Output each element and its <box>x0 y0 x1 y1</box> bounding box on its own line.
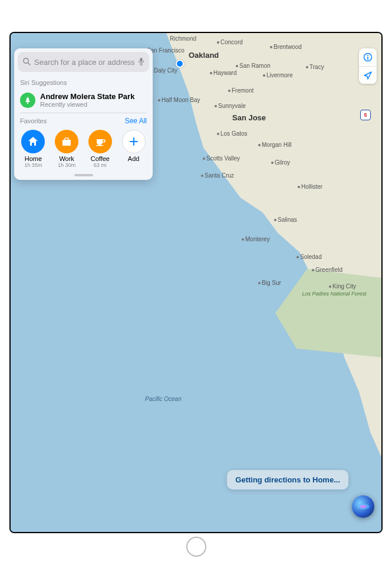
favorite-label: Add <box>117 155 150 162</box>
svg-line-4 <box>28 63 30 65</box>
locate-me-button[interactable] <box>359 66 377 84</box>
screen: 9:41 AM Tue Sep 15 100% Los Padres Natio… <box>11 33 381 532</box>
home-icon <box>21 130 45 153</box>
city-label: Soledad <box>297 254 322 260</box>
search-icon <box>22 57 31 67</box>
map-forest-label: Los Padres National Forest <box>302 291 367 297</box>
search-input[interactable] <box>34 58 134 67</box>
favorite-sub: 1h 35m <box>17 162 50 168</box>
city-label: Big Sur <box>258 280 281 286</box>
city-label: Richmond <box>170 35 196 42</box>
city-label: Fremont <box>228 87 253 94</box>
city-label: Gilroy <box>271 159 290 166</box>
briefcase-icon <box>55 130 78 153</box>
highway-shield-icon: 5 <box>360 110 371 120</box>
favorite-label: Work <box>50 155 84 162</box>
siri-suggestions-header: Siri Suggestions <box>14 75 153 88</box>
favorite-add[interactable]: Add <box>117 130 150 168</box>
city-label: Daly City <box>150 67 177 74</box>
favorite-sub: 63 mi <box>84 162 117 168</box>
city-label: Hayward <box>210 70 236 76</box>
svg-rect-7 <box>62 140 71 146</box>
siri-response-toast: Getting directions to Home... <box>227 470 348 490</box>
city-label: San Jose <box>232 113 266 122</box>
search-card: Siri Suggestions Andrew Molera State Par… <box>14 48 153 180</box>
search-field[interactable] <box>18 52 149 72</box>
dictate-icon[interactable] <box>138 57 144 67</box>
svg-rect-6 <box>27 102 28 104</box>
city-label: Greenfield <box>312 267 342 273</box>
device-frame: 9:41 AM Tue Sep 15 100% Los Padres Natio… <box>0 0 392 565</box>
suggestion-title: Andrew Molera State Park <box>40 92 134 101</box>
suggestion-subtitle: Recently viewed <box>40 101 134 108</box>
card-grabber[interactable] <box>74 174 93 176</box>
siri-orb-icon[interactable] <box>352 495 374 518</box>
favorites-row: Home1h 35mWork1h 30mCoffee63 miAdd <box>14 127 153 174</box>
favorites-header: Favorites See All <box>14 113 153 127</box>
city-label: Salinas <box>274 216 297 223</box>
city-label: Los Gatos <box>217 130 248 137</box>
park-pin-icon <box>20 93 35 108</box>
city-label: Morgan Hill <box>258 142 292 148</box>
map-controls <box>359 48 377 84</box>
home-button[interactable] <box>186 537 206 557</box>
user-location-dot <box>176 60 184 68</box>
favorite-label: Home <box>17 155 50 162</box>
see-all-link[interactable]: See All <box>125 117 147 125</box>
city-label: San Ramon <box>236 63 271 69</box>
city-label: Livermore <box>263 72 292 78</box>
map-ocean-label: Pacific Ocean <box>145 396 182 402</box>
city-label: Half Moon Bay <box>158 97 200 103</box>
svg-point-1 <box>367 55 368 56</box>
svg-rect-5 <box>140 58 143 62</box>
city-label: King City <box>329 283 356 290</box>
siri-suggestion-item[interactable]: Andrew Molera State Park Recently viewed <box>14 88 153 113</box>
city-label: Concord <box>217 39 243 45</box>
plus-icon <box>122 130 146 153</box>
city-label: Oakland <box>189 51 219 60</box>
favorite-label: Coffee <box>84 155 117 162</box>
favorite-sub: 1h 30m <box>50 162 84 168</box>
city-label: Hollister <box>298 183 322 190</box>
city-label: Monterey <box>242 236 270 242</box>
cup-icon <box>88 130 112 153</box>
city-label: Scotts Valley <box>203 155 240 162</box>
favorite-work[interactable]: Work1h 30m <box>50 130 84 168</box>
favorite-coffee[interactable]: Coffee63 mi <box>84 130 117 168</box>
city-label: Sunnyvale <box>215 103 246 109</box>
map-info-button[interactable] <box>359 48 377 66</box>
city-label: Tracy <box>306 64 324 70</box>
svg-rect-2 <box>367 57 368 60</box>
svg-rect-8 <box>96 145 103 146</box>
city-label: Brentwood <box>270 44 302 50</box>
favorite-home[interactable]: Home1h 35m <box>17 130 50 168</box>
city-label: Santa Cruz <box>201 172 234 179</box>
